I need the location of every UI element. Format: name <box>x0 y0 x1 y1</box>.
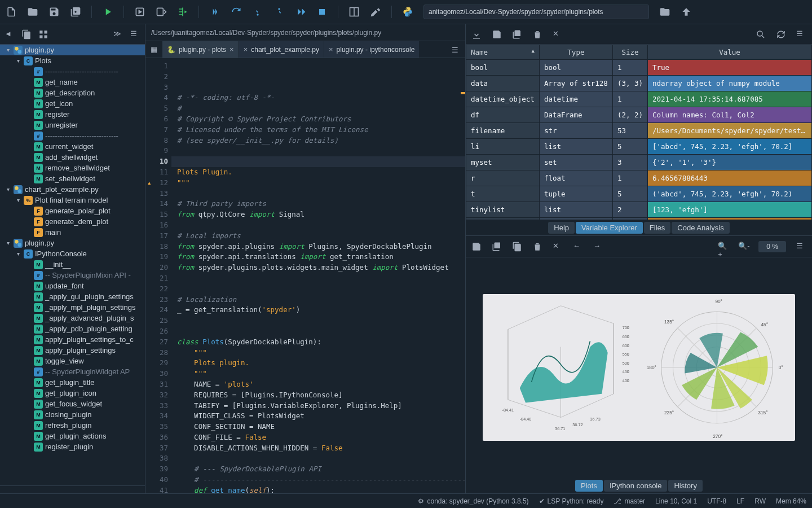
parent-dir-icon[interactable] <box>681 6 692 17</box>
close-tab-icon[interactable]: × <box>244 45 248 54</box>
tree-row[interactable]: Mget_icon <box>0 98 145 109</box>
var-row[interactable]: ttuple5('abcd', 745, 2.23, 'efgh', 70.2) <box>466 186 812 202</box>
tree-row[interactable]: Mclosing_plugin <box>0 409 145 420</box>
step-into-icon[interactable] <box>252 6 263 17</box>
tree-row[interactable]: Munregister <box>0 120 145 130</box>
open-file-icon[interactable] <box>27 6 38 17</box>
pane-tab[interactable]: Plots <box>575 480 603 492</box>
save-all-icon[interactable] <box>70 6 81 17</box>
tree-row[interactable]: M_apply_gui_plugin_settings <box>0 291 145 302</box>
prev-plot-icon[interactable]: ← <box>573 242 583 252</box>
save-all-plots-icon[interactable] <box>492 242 502 252</box>
tree-row[interactable]: Mrefresh_plugin <box>0 420 145 431</box>
status-git[interactable]: ⎇ master <box>614 497 645 505</box>
tree-row[interactable]: ▾CIPythonConsole <box>0 248 145 259</box>
tree-row[interactable]: Mapply_plugin_settings_to_c <box>0 334 145 345</box>
tree-row[interactable]: Mapply_plugin_settings <box>0 345 145 356</box>
editor-tab-3[interactable]: ×plugin.py - ipythonconsole <box>324 41 420 58</box>
tree-row[interactable]: Mget_plugin_title <box>0 377 145 388</box>
tree-row[interactable]: M_apply_mpl_plugin_settings <box>0 302 145 313</box>
tree-row[interactable]: Mset_shellwidget <box>0 173 145 184</box>
status-lsp[interactable]: ✔ LSP Python: ready <box>539 497 604 505</box>
var-row[interactable]: rfloat16.46567886443 <box>466 170 812 186</box>
copy-icon[interactable] <box>21 29 32 40</box>
zoom-in-icon[interactable]: 🔍+ <box>718 242 728 252</box>
code-content[interactable]: # -*- coding: utf-8 -*- # # Copyright © … <box>171 58 465 493</box>
plots-menu-icon[interactable]: ☰ <box>796 242 806 252</box>
tree-row[interactable]: Mcurrent_widget <box>0 141 145 152</box>
editor-tab-2[interactable]: ×chart_plot_example.py <box>239 41 324 58</box>
pane-tab[interactable]: Help <box>548 222 575 234</box>
run-selection-icon[interactable] <box>177 6 188 17</box>
var-row[interactable]: dfDataFrame(2, 2)Column names: Col1, Col… <box>466 107 812 123</box>
tree-row[interactable]: M__init__ <box>0 259 145 270</box>
maximize-pane-icon[interactable] <box>348 6 360 17</box>
delete-var-icon[interactable] <box>532 29 542 40</box>
var-row[interactable]: lilist5['abcd', 745, 2.23, 'efgh', 70.2] <box>466 139 812 155</box>
tab-browse-icon[interactable]: ▦ <box>145 41 162 58</box>
tree-row[interactable]: Mregister_plugin <box>0 441 145 452</box>
preferences-icon[interactable] <box>370 6 381 17</box>
save-plot-icon[interactable] <box>471 242 482 252</box>
plot-image[interactable]: 700 650 600 550 500 450 400 36.72 36.73 … <box>483 294 795 441</box>
tree-row[interactable]: Mget_plugin_icon <box>0 388 145 398</box>
delete-plot-icon[interactable] <box>532 242 542 252</box>
col-name[interactable]: Name▲ <box>466 45 540 60</box>
copy-plot-icon[interactable] <box>512 242 522 252</box>
var-row[interactable]: datetime_objectdatetime12021-04-14 17:35… <box>466 91 812 107</box>
tree-row[interactable]: Mregister <box>0 109 145 120</box>
tree-row[interactable]: Fgenerate_polar_plot <box>0 205 145 216</box>
tree-row[interactable]: Mget_name <box>0 77 145 87</box>
col-value[interactable]: Value <box>648 45 812 60</box>
python-path-icon[interactable] <box>402 6 413 17</box>
tree-row[interactable]: M_apply_pdb_plugin_setting <box>0 323 145 334</box>
pane-tab[interactable]: History <box>668 480 702 492</box>
delete-all-plots-icon[interactable]: ✕ <box>553 242 563 252</box>
save-data-as-icon[interactable] <box>512 29 522 40</box>
step-out-icon[interactable] <box>273 6 285 17</box>
outline-hscroll[interactable] <box>0 485 145 493</box>
col-size[interactable]: Size <box>612 45 647 60</box>
tree-row[interactable]: Mget_focus_widget <box>0 398 145 409</box>
var-row[interactable]: mysetset3{'2', '1', '3'} <box>466 155 812 170</box>
tree-row[interactable]: ▾CPlots <box>0 55 145 66</box>
collapse-icon[interactable]: ≫ <box>113 29 123 40</box>
step-over-icon[interactable] <box>231 6 242 17</box>
var-table[interactable]: Name▲ Type Size Value boolbool1TruedataA… <box>466 45 812 220</box>
var-row[interactable]: tinylistlist2[123, 'efgh'] <box>466 202 812 218</box>
stop-debug-icon[interactable] <box>316 6 328 17</box>
var-row[interactable]: dataArray of str128(3, 3)ndarray object … <box>466 76 812 91</box>
outline-menu-icon[interactable]: ☰ <box>130 29 140 40</box>
code-area[interactable]: 1234567891011121314151617181920212223242… <box>145 58 465 493</box>
next-plot-icon[interactable]: → <box>593 242 603 252</box>
tree-row[interactable]: Mremove_shellwidget <box>0 163 145 173</box>
run-cell-icon[interactable] <box>134 6 145 17</box>
import-data-icon[interactable] <box>471 29 482 40</box>
tree-row[interactable]: #-- SpyderPluginMixin API - <box>0 270 145 281</box>
new-file-icon[interactable] <box>6 6 17 17</box>
tree-row[interactable]: ▾plugin.py <box>0 238 145 248</box>
zoom-out-icon[interactable]: 🔍- <box>738 242 748 252</box>
var-row[interactable]: boolbool1True <box>466 60 812 76</box>
run-icon[interactable] <box>102 6 113 17</box>
tree-row[interactable]: #------------------------------ <box>0 66 145 77</box>
tree-row[interactable]: Mtoggle_view <box>0 356 145 366</box>
save-data-icon[interactable] <box>492 29 502 40</box>
status-conda[interactable]: ⚙ conda: spyder_dev (Python 3.8.5) <box>418 497 528 505</box>
tree-row[interactable]: Mget_plugin_actions <box>0 431 145 441</box>
outline-tree[interactable]: ▾plugin.py▾CPlots#----------------------… <box>0 45 145 485</box>
editor-tab-1[interactable]: 🐍plugin.py - plots× <box>162 41 239 58</box>
tree-row[interactable]: #-- SpyderPluginWidget AP <box>0 366 145 377</box>
var-row[interactable]: filenamestr53/Users/Documents/spyder/spy… <box>466 123 812 139</box>
working-dir-input[interactable] <box>423 5 649 19</box>
refresh-var-icon[interactable] <box>776 29 786 40</box>
pane-tab[interactable]: Files <box>644 222 670 234</box>
pane-tab[interactable]: Variable Explorer <box>576 222 643 234</box>
tree-row[interactable]: M_apply_advanced_plugin_s <box>0 313 145 323</box>
editor-menu-icon[interactable]: ☰ <box>448 41 462 58</box>
pane-tab[interactable]: Code Analysis <box>672 222 729 234</box>
tree-row[interactable]: Fmain <box>0 227 145 238</box>
pane-tab[interactable]: IPython console <box>604 480 668 492</box>
status-encoding[interactable]: UTF-8 <box>707 497 726 505</box>
tree-row[interactable]: ▾chart_plot_example.py <box>0 184 145 195</box>
